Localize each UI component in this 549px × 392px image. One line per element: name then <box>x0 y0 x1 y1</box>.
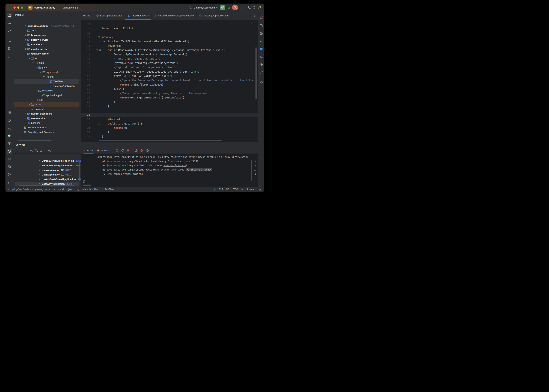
scroll-up-icon[interactable]: ↑ <box>254 160 257 162</box>
stripe-button-project-folder[interactable] <box>7 13 12 18</box>
services-horizontal-scrollbar[interactable] <box>19 185 74 186</box>
zoom-window-button[interactable] <box>21 7 23 9</box>
stripe-button-profiler-gauge[interactable] <box>7 118 12 123</box>
stripe-button-graduation-cap[interactable] <box>7 28 12 34</box>
service-port-link[interactable]: :8101/ <box>65 173 71 176</box>
line-number[interactable]: 29 <box>81 105 90 108</box>
service-item-HystrixDashBoardApplication[interactable]: HystrixDashBoardApplication:8900/ <box>15 177 79 182</box>
tree-item-pom.xml[interactable]: mpom.xml <box>14 107 79 111</box>
stripe-button-robot-chat[interactable] <box>259 54 264 59</box>
rerun-green-icon[interactable] <box>115 149 118 152</box>
breadcrumb-filter[interactable]: filter <box>94 188 98 191</box>
v-plugin-icon[interactable] <box>213 188 216 191</box>
line-number[interactable]: 12 <box>81 31 90 34</box>
stripe-button-maven-m[interactable]: m <box>259 39 264 44</box>
code-editor[interactable]: 1011import java.util.List;1213@Component… <box>81 20 258 142</box>
service-item-UserApplication-01[interactable]: UserApplication-01:8101/ <box>15 172 79 177</box>
camera-icon[interactable] <box>135 149 138 152</box>
minimize-window-button[interactable] <box>17 7 19 9</box>
tree-item-target[interactable]: target <box>14 102 79 107</box>
override-gutter-icon[interactable]: I <box>96 49 99 52</box>
stripe-button-services-run[interactable] <box>7 149 12 154</box>
rerun-debug-icon[interactable] <box>121 149 124 152</box>
close-window-button[interactable] <box>14 7 16 9</box>
line-number[interactable]: 17 <box>81 53 90 56</box>
bean-gutter-icon[interactable] <box>98 40 101 43</box>
tree-item-resources[interactable]: resources <box>14 88 79 93</box>
stripe-button-bookmark[interactable] <box>7 46 12 51</box>
line-number[interactable]: 21 <box>81 70 90 73</box>
line-number[interactable]: 33 <box>81 122 90 125</box>
stripe-button-more-horizontal[interactable]: … <box>7 54 12 59</box>
console-vertical-scrollbar[interactable] <box>251 160 252 181</box>
console-tab-Console[interactable]: Console <box>83 147 93 154</box>
stripe-button-todo-list[interactable] <box>7 110 12 115</box>
stop-red-icon[interactable] <box>126 149 130 152</box>
console-horizontal-scrollbar[interactable] <box>82 185 91 186</box>
stripe-button-build-hammer[interactable] <box>7 141 12 146</box>
editor-tab-ller.java[interactable]: ller.java <box>81 11 94 20</box>
line-number[interactable]: 23 <box>81 79 90 82</box>
stripe-button-brackets[interactable] <box>7 156 12 162</box>
breadcrumb-src[interactable]: src <box>54 188 57 191</box>
breadcrumb-main[interactable]: main <box>60 188 65 191</box>
editor-tab-BookApplication.java[interactable]: CBookApplication.java <box>94 11 125 20</box>
services-vertical-scrollbar[interactable] <box>79 161 80 181</box>
line-number[interactable]: 34 <box>81 126 90 129</box>
scroll-down-icon[interactable]: ↓ <box>254 164 257 167</box>
line-number[interactable]: 25 <box>81 88 90 90</box>
project-panel-header[interactable]: Project <box>13 11 81 18</box>
line-number[interactable]: 26 <box>81 92 90 95</box>
stripe-button-robot[interactable] <box>259 31 264 36</box>
line-number[interactable]: 27 <box>81 96 90 99</box>
tree-item-Scratches and Consoles[interactable]: Scratches and Consoles <box>14 130 79 134</box>
line-number[interactable]: 36 <box>81 135 90 138</box>
exit-door-icon[interactable] <box>140 149 143 152</box>
line-number[interactable]: 18 <box>81 57 90 60</box>
filter-funnel-icon[interactable] <box>34 149 37 152</box>
stripe-button-find-search[interactable] <box>7 126 12 131</box>
internal-lines-badge[interactable]: <9 internal lines> <box>186 168 212 171</box>
stacktrace-link[interactable]: Runtime.java:818 <box>163 164 186 167</box>
tree-item-eureka-server[interactable]: eureka-server <box>14 47 79 51</box>
tab-list-button[interactable] <box>248 14 251 17</box>
console-more-icon[interactable] <box>254 180 256 182</box>
line-number[interactable]: 35 <box>81 131 90 133</box>
tree-item-.idea[interactable]: .idea <box>14 28 79 33</box>
breadcrumb-springCloudStudy[interactable]: springCloudStudy <box>8 188 29 191</box>
bean-check-gutter-icon[interactable] <box>98 36 101 38</box>
debug-button[interactable] <box>227 6 230 9</box>
breadcrumb-java[interactable]: java <box>68 188 72 191</box>
tab-options-button[interactable]: ⋮ <box>253 14 256 17</box>
service-port-link[interactable]: :8102/ <box>65 169 71 171</box>
stacktrace-link[interactable]: System.java:1993 <box>161 168 183 171</box>
line-number[interactable]: 31 <box>81 113 90 116</box>
stripe-button-endpoints[interactable] <box>259 62 264 67</box>
eye-icon[interactable] <box>29 149 32 152</box>
profiler-gauge-icon[interactable] <box>146 149 149 152</box>
breadcrumb-example[interactable]: example <box>82 188 91 191</box>
stripe-button-notifications-bell[interactable] <box>259 15 264 21</box>
console-fold-icon[interactable] <box>82 168 84 171</box>
line-number[interactable]: 24 <box>81 83 90 86</box>
lock-icon[interactable] <box>258 188 261 191</box>
stripe-button-terminal[interactable] <box>7 164 12 169</box>
stripe-button-problems[interactable] <box>7 172 12 177</box>
editor-tab-GatewayApplication.java[interactable]: CGatewayApplication.java <box>196 11 232 20</box>
tree-item-filter[interactable]: filter <box>14 74 79 79</box>
search-everywhere-button[interactable] <box>252 6 256 9</box>
editor-horizontal-scrollbar[interactable] <box>99 140 222 141</box>
plus-icon[interactable] <box>48 149 50 152</box>
close-tab-icon[interactable]: × <box>147 14 149 17</box>
caret-position[interactable]: 31:1 <box>219 188 223 191</box>
scroll-to-end-icon[interactable] <box>254 173 257 176</box>
line-number[interactable]: 16 <box>81 49 90 52</box>
tree-item-java[interactable]: java <box>14 65 79 70</box>
tree-item-main[interactable]: main <box>14 61 79 65</box>
line-number[interactable]: 32 <box>81 118 90 121</box>
tree-item-application.yml[interactable]: application.yml <box>14 93 79 98</box>
console-tab-Actuator[interactable]: Actuator <box>97 147 110 154</box>
project-horizontal-scrollbar[interactable] <box>19 140 51 141</box>
rerun-button[interactable] <box>220 5 225 10</box>
collapse-all-icon[interactable] <box>21 149 24 152</box>
